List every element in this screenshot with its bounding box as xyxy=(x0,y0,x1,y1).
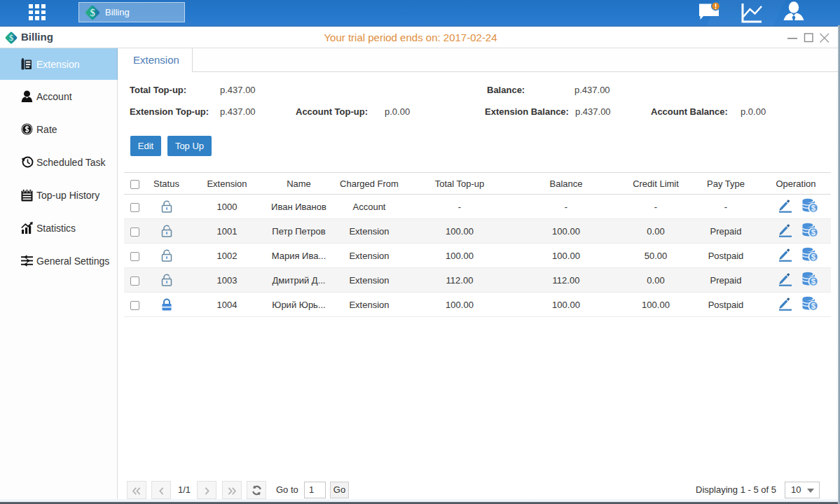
svg-text:$: $ xyxy=(811,228,816,237)
svg-text:$: $ xyxy=(811,277,816,286)
svg-text:$: $ xyxy=(811,302,816,310)
svg-text:$: $ xyxy=(811,253,816,261)
svg-text:$: $ xyxy=(811,204,816,212)
svg-text:$: $ xyxy=(90,7,95,18)
